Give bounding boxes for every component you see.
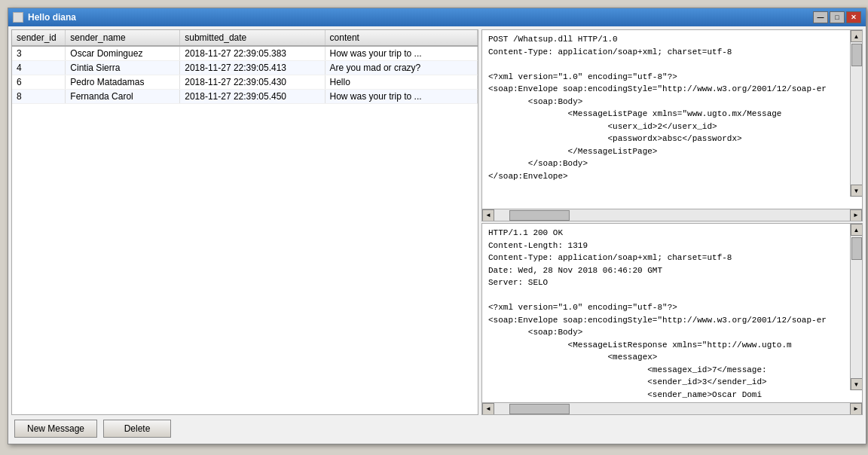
request-content: POST /Whatsup.dll HTTP/1.0 Content-Type:…: [482, 30, 862, 185]
cell-content: How was your trip to ...: [325, 90, 477, 104]
response-hscroll-thumb[interactable]: [509, 404, 570, 414]
response-scroll-area: HTTP/1.1 200 OK Content-Length: 1319 Con…: [482, 224, 862, 402]
table-row[interactable]: 4Cintia Sierra2018-11-27 22:39:05.413Are…: [12, 61, 478, 75]
right-panel: POST /Whatsup.dll HTTP/1.0 Content-Type:…: [481, 29, 863, 415]
cell-submitted_date: 2018-11-27 22:39:05.413: [180, 61, 325, 75]
request-hscroll-thumb[interactable]: [509, 210, 570, 221]
col-header-sender-id: sender_id: [12, 30, 66, 46]
window-body: sender_id sender_name submitted_date con…: [8, 26, 866, 444]
request-scroll-thumb[interactable]: [851, 44, 862, 66]
window-icon: [13, 12, 23, 23]
window-title: Hello diana: [28, 12, 813, 23]
cell-sender_name: Fernanda Carol: [66, 90, 180, 104]
table-body: 3Oscar Dominguez2018-11-27 22:39:05.383H…: [12, 46, 478, 104]
response-vscrollbar[interactable]: ▲ ▼: [850, 224, 862, 390]
request-scroll-area: POST /Whatsup.dll HTTP/1.0 Content-Type:…: [482, 30, 862, 209]
title-bar-buttons: — □ ✕: [813, 11, 861, 23]
cell-sender_id: 3: [12, 46, 66, 61]
cell-content: How was your trip to ...: [325, 46, 477, 61]
response-scroll-up[interactable]: ▲: [851, 224, 863, 236]
request-scroll-left[interactable]: ◄: [482, 209, 494, 221]
maximize-button[interactable]: □: [830, 11, 845, 23]
bottom-bar: New Message Delete: [11, 415, 863, 441]
request-scroll-right[interactable]: ►: [850, 209, 862, 221]
response-scroll-left[interactable]: ◄: [482, 403, 494, 415]
request-scroll-up[interactable]: ▲: [851, 30, 863, 42]
response-panel: HTTP/1.1 200 OK Content-Length: 1319 Con…: [481, 223, 863, 415]
minimize-button[interactable]: —: [813, 11, 828, 23]
cell-submitted_date: 2018-11-27 22:39:05.383: [180, 46, 325, 61]
response-scroll-right[interactable]: ►: [850, 403, 862, 415]
cell-submitted_date: 2018-11-27 22:39:05.450: [180, 90, 325, 104]
col-header-sender-name: sender_name: [66, 30, 180, 46]
request-hscrollbar[interactable]: ◄ ►: [482, 209, 862, 221]
response-content: HTTP/1.1 200 OK Content-Length: 1319 Con…: [482, 224, 862, 402]
data-table: sender_id sender_name submitted_date con…: [12, 30, 478, 104]
response-scroll-thumb[interactable]: [851, 237, 862, 260]
response-scroll-down[interactable]: ▼: [851, 378, 863, 390]
main-window: Hello diana — □ ✕ sender_id sender_name …: [8, 8, 866, 444]
request-vscrollbar[interactable]: ▲ ▼: [850, 30, 862, 197]
cell-sender_name: Pedro Matadamas: [66, 75, 180, 90]
main-area: sender_id sender_name submitted_date con…: [11, 29, 863, 415]
left-panel: sender_id sender_name submitted_date con…: [11, 29, 478, 415]
cell-sender_id: 6: [12, 75, 66, 90]
cell-sender_id: 4: [12, 61, 66, 75]
col-header-content: content: [325, 30, 477, 46]
col-header-submitted-date: submitted_date: [180, 30, 325, 46]
cell-content: Are you mad or crazy?: [325, 61, 477, 75]
response-hscrollbar[interactable]: ◄ ►: [482, 402, 862, 414]
request-scroll-down[interactable]: ▼: [851, 185, 863, 197]
title-bar: Hello diana — □ ✕: [8, 8, 866, 26]
cell-sender_id: 8: [12, 90, 66, 104]
new-message-button[interactable]: New Message: [14, 420, 97, 438]
close-button[interactable]: ✕: [846, 11, 861, 23]
cell-sender_name: Oscar Dominguez: [66, 46, 180, 61]
table-header-row: sender_id sender_name submitted_date con…: [12, 30, 478, 46]
table-row[interactable]: 8Fernanda Carol2018-11-27 22:39:05.450Ho…: [12, 90, 478, 104]
delete-button[interactable]: Delete: [103, 420, 171, 438]
table-row[interactable]: 3Oscar Dominguez2018-11-27 22:39:05.383H…: [12, 46, 478, 61]
cell-submitted_date: 2018-11-27 22:39:05.430: [180, 75, 325, 90]
cell-sender_name: Cintia Sierra: [66, 61, 180, 75]
cell-content: Hello: [325, 75, 477, 90]
table-row[interactable]: 6Pedro Matadamas2018-11-27 22:39:05.430H…: [12, 75, 478, 90]
request-panel: POST /Whatsup.dll HTTP/1.0 Content-Type:…: [481, 29, 863, 221]
